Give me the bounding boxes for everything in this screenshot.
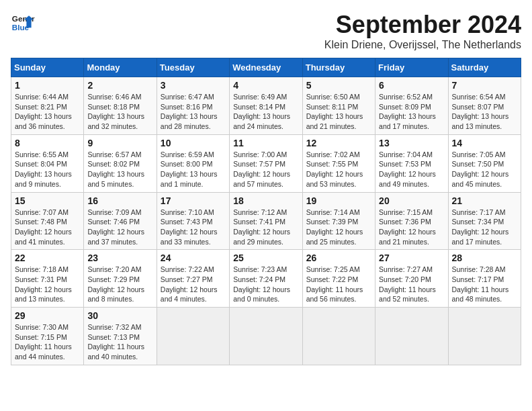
header-thursday: Thursday: [302, 58, 375, 77]
table-row: 13Sunrise: 7:04 AM Sunset: 7:53 PM Dayli…: [375, 134, 448, 192]
day-number: 15: [15, 195, 80, 206]
day-number: 17: [161, 195, 226, 206]
day-number: 9: [87, 138, 152, 148]
day-number: 3: [161, 80, 226, 91]
day-info: Sunrise: 7:25 AM Sunset: 7:22 PM Dayligh…: [306, 265, 371, 304]
day-number: 6: [379, 80, 444, 91]
day-info: Sunrise: 7:15 AM Sunset: 7:36 PM Dayligh…: [379, 208, 444, 247]
table-row: [157, 308, 229, 365]
table-row: 4Sunrise: 6:49 AM Sunset: 8:14 PM Daylig…: [230, 77, 302, 135]
day-info: Sunrise: 7:18 AM Sunset: 7:31 PM Dayligh…: [15, 265, 80, 304]
calendar-body: 1Sunrise: 6:44 AM Sunset: 8:21 PM Daylig…: [11, 77, 521, 365]
day-number: 24: [161, 253, 226, 263]
day-number: 4: [233, 80, 298, 91]
day-number: 1: [15, 80, 80, 91]
header-wednesday: Wednesday: [230, 58, 302, 77]
table-row: 23Sunrise: 7:20 AM Sunset: 7:29 PM Dayli…: [84, 250, 157, 308]
table-row: 8Sunrise: 6:55 AM Sunset: 8:04 PM Daylig…: [11, 134, 84, 192]
day-number: 18: [233, 195, 298, 206]
day-number: 23: [87, 253, 152, 263]
day-number: 30: [87, 310, 152, 321]
day-info: Sunrise: 7:00 AM Sunset: 7:57 PM Dayligh…: [233, 150, 298, 189]
day-number: 2: [87, 80, 152, 91]
table-row: [302, 308, 375, 365]
day-number: 26: [306, 253, 371, 263]
calendar-title: September 2024: [324, 11, 521, 39]
table-row: 26Sunrise: 7:25 AM Sunset: 7:22 PM Dayli…: [302, 250, 375, 308]
table-row: 28Sunrise: 7:28 AM Sunset: 7:17 PM Dayli…: [448, 250, 521, 308]
day-number: 19: [306, 195, 371, 206]
table-row: 12Sunrise: 7:02 AM Sunset: 7:55 PM Dayli…: [302, 134, 375, 192]
table-row: 11Sunrise: 7:00 AM Sunset: 7:57 PM Dayli…: [230, 134, 302, 192]
table-row: 5Sunrise: 6:50 AM Sunset: 8:11 PM Daylig…: [302, 77, 375, 135]
day-number: 22: [15, 253, 80, 263]
day-info: Sunrise: 7:07 AM Sunset: 7:48 PM Dayligh…: [15, 208, 80, 247]
table-row: 14Sunrise: 7:05 AM Sunset: 7:50 PM Dayli…: [448, 134, 521, 192]
table-row: 3Sunrise: 6:47 AM Sunset: 8:16 PM Daylig…: [157, 77, 229, 135]
header-monday: Monday: [84, 58, 157, 77]
header-saturday: Saturday: [448, 58, 521, 77]
day-number: 11: [233, 138, 298, 148]
day-number: 10: [161, 138, 226, 148]
day-info: Sunrise: 7:02 AM Sunset: 7:55 PM Dayligh…: [306, 150, 371, 189]
header-tuesday: Tuesday: [157, 58, 229, 77]
day-info: Sunrise: 7:23 AM Sunset: 7:24 PM Dayligh…: [233, 265, 298, 304]
day-info: Sunrise: 7:12 AM Sunset: 7:41 PM Dayligh…: [233, 208, 298, 247]
table-row: [230, 308, 302, 365]
table-row: 25Sunrise: 7:23 AM Sunset: 7:24 PM Dayli…: [230, 250, 302, 308]
day-info: Sunrise: 6:46 AM Sunset: 8:18 PM Dayligh…: [87, 92, 152, 132]
day-info: Sunrise: 6:55 AM Sunset: 8:04 PM Dayligh…: [15, 150, 80, 189]
day-number: 13: [379, 138, 444, 148]
day-number: 7: [452, 80, 517, 91]
table-row: 22Sunrise: 7:18 AM Sunset: 7:31 PM Dayli…: [11, 250, 84, 308]
day-number: 21: [452, 195, 517, 206]
day-info: Sunrise: 6:54 AM Sunset: 8:07 PM Dayligh…: [452, 92, 517, 132]
table-row: 19Sunrise: 7:14 AM Sunset: 7:39 PM Dayli…: [302, 192, 375, 250]
calendar-subtitle: Klein Driene, Overijssel, The Netherland…: [324, 39, 521, 51]
table-row: 6Sunrise: 6:52 AM Sunset: 8:09 PM Daylig…: [375, 77, 448, 135]
day-number: 20: [379, 195, 444, 206]
day-number: 8: [15, 138, 80, 148]
day-info: Sunrise: 6:44 AM Sunset: 8:21 PM Dayligh…: [15, 92, 80, 132]
day-info: Sunrise: 7:14 AM Sunset: 7:39 PM Dayligh…: [306, 208, 371, 247]
day-number: 16: [87, 195, 152, 206]
table-row: 1Sunrise: 6:44 AM Sunset: 8:21 PM Daylig…: [11, 77, 84, 135]
day-info: Sunrise: 6:47 AM Sunset: 8:16 PM Dayligh…: [161, 92, 226, 132]
day-info: Sunrise: 7:05 AM Sunset: 7:50 PM Dayligh…: [452, 150, 517, 189]
day-info: Sunrise: 7:20 AM Sunset: 7:29 PM Dayligh…: [87, 265, 152, 304]
table-row: 10Sunrise: 6:59 AM Sunset: 8:00 PM Dayli…: [157, 134, 229, 192]
table-row: 21Sunrise: 7:17 AM Sunset: 7:34 PM Dayli…: [448, 192, 521, 250]
day-number: 14: [452, 138, 517, 148]
table-row: 27Sunrise: 7:27 AM Sunset: 7:20 PM Dayli…: [375, 250, 448, 308]
table-row: 20Sunrise: 7:15 AM Sunset: 7:36 PM Dayli…: [375, 192, 448, 250]
day-info: Sunrise: 7:30 AM Sunset: 7:15 PM Dayligh…: [15, 322, 80, 362]
table-row: 7Sunrise: 6:54 AM Sunset: 8:07 PM Daylig…: [448, 77, 521, 135]
header-sunday: Sunday: [11, 58, 84, 77]
day-info: Sunrise: 7:32 AM Sunset: 7:13 PM Dayligh…: [87, 322, 152, 362]
day-info: Sunrise: 7:17 AM Sunset: 7:34 PM Dayligh…: [452, 208, 517, 247]
header: General Blue September 2024 Klein Driene…: [11, 11, 521, 51]
day-info: Sunrise: 7:09 AM Sunset: 7:46 PM Dayligh…: [87, 208, 152, 247]
table-row: [448, 308, 521, 365]
table-row: 9Sunrise: 6:57 AM Sunset: 8:02 PM Daylig…: [84, 134, 157, 192]
logo: General Blue: [11, 11, 35, 35]
logo-icon: General Blue: [11, 11, 35, 35]
table-row: 30Sunrise: 7:32 AM Sunset: 7:13 PM Dayli…: [84, 308, 157, 365]
day-number: 12: [306, 138, 371, 148]
day-info: Sunrise: 7:22 AM Sunset: 7:27 PM Dayligh…: [161, 265, 226, 304]
day-info: Sunrise: 7:28 AM Sunset: 7:17 PM Dayligh…: [452, 265, 517, 304]
calendar-table: Sunday Monday Tuesday Wednesday Thursday…: [11, 58, 521, 365]
table-row: 15Sunrise: 7:07 AM Sunset: 7:48 PM Dayli…: [11, 192, 84, 250]
table-row: 24Sunrise: 7:22 AM Sunset: 7:27 PM Dayli…: [157, 250, 229, 308]
day-number: 28: [452, 253, 517, 263]
header-friday: Friday: [375, 58, 448, 77]
calendar-header: Sunday Monday Tuesday Wednesday Thursday…: [11, 58, 521, 77]
day-info: Sunrise: 7:10 AM Sunset: 7:43 PM Dayligh…: [161, 208, 226, 247]
day-info: Sunrise: 6:52 AM Sunset: 8:09 PM Dayligh…: [379, 92, 444, 132]
table-row: 18Sunrise: 7:12 AM Sunset: 7:41 PM Dayli…: [230, 192, 302, 250]
table-row: 16Sunrise: 7:09 AM Sunset: 7:46 PM Dayli…: [84, 192, 157, 250]
day-info: Sunrise: 6:49 AM Sunset: 8:14 PM Dayligh…: [233, 92, 298, 132]
table-row: 17Sunrise: 7:10 AM Sunset: 7:43 PM Dayli…: [157, 192, 229, 250]
table-row: 29Sunrise: 7:30 AM Sunset: 7:15 PM Dayli…: [11, 308, 84, 365]
day-info: Sunrise: 7:04 AM Sunset: 7:53 PM Dayligh…: [379, 150, 444, 189]
